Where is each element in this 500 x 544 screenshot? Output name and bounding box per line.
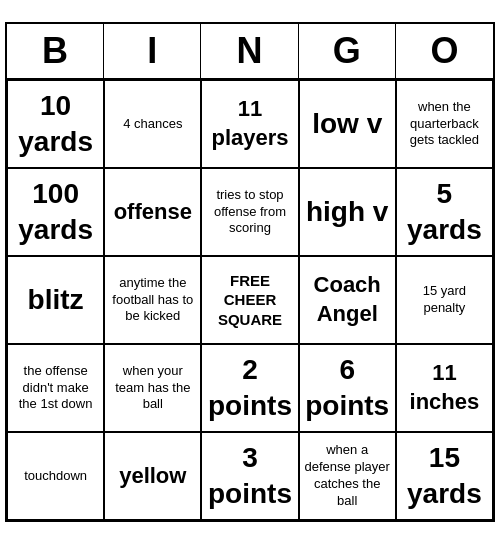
bingo-cell-23: when a defense player catches the ball [299,432,396,520]
bingo-grid: 10 yards4 chances11 playerslow vwhen the… [7,80,493,520]
bingo-cell-6: offense [104,168,201,256]
bingo-cell-4: when the quarterback gets tackled [396,80,493,168]
bingo-cell-9: 5 yards [396,168,493,256]
bingo-cell-21: yellow [104,432,201,520]
bingo-cell-16: when your team has the ball [104,344,201,432]
bingo-cell-2: 11 players [201,80,298,168]
bingo-cell-0: 10 yards [7,80,104,168]
bingo-header: BINGO [7,24,493,80]
bingo-cell-20: touchdown [7,432,104,520]
bingo-letter-b: B [7,24,104,78]
bingo-cell-5: 100 yards [7,168,104,256]
bingo-cell-10: blitz [7,256,104,344]
bingo-cell-3: low v [299,80,396,168]
bingo-cell-17: 2 points [201,344,298,432]
bingo-cell-14: 15 yard penalty [396,256,493,344]
bingo-cell-18: 6 points [299,344,396,432]
bingo-letter-n: N [201,24,298,78]
bingo-cell-15: the offense didn't make the 1st down [7,344,104,432]
bingo-cell-1: 4 chances [104,80,201,168]
bingo-letter-i: I [104,24,201,78]
bingo-cell-8: high v [299,168,396,256]
bingo-cell-19: 11 inches [396,344,493,432]
bingo-cell-13: Coach Angel [299,256,396,344]
bingo-cell-7: tries to stop offense from scoring [201,168,298,256]
bingo-card: BINGO 10 yards4 chances11 playerslow vwh… [5,22,495,522]
bingo-cell-24: 15 yards [396,432,493,520]
bingo-cell-11: anytime the football has to be kicked [104,256,201,344]
bingo-cell-12: FREE CHEER SQUARE [201,256,298,344]
bingo-letter-o: O [396,24,493,78]
bingo-cell-22: 3 points [201,432,298,520]
bingo-letter-g: G [299,24,396,78]
